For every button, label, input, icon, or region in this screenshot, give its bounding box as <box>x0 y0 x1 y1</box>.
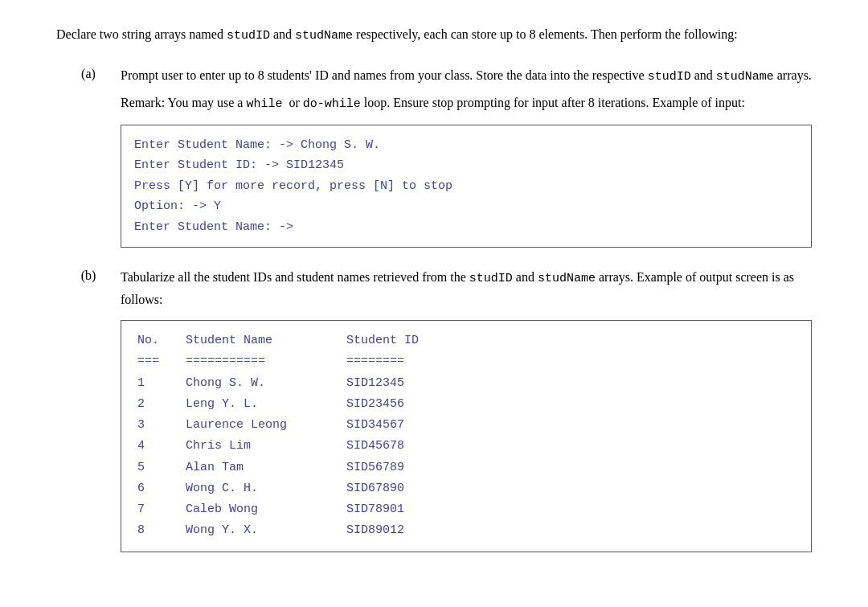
intro-text2: and <box>270 27 295 41</box>
terminal-line-1: Enter Student Name: -> Chong S. W. <box>134 135 798 156</box>
row3-no: 3 <box>137 415 186 436</box>
main-content: Declare two string arrays named studID a… <box>40 16 828 580</box>
col-header-id: Student ID <box>346 330 427 351</box>
intro-code2: studName <box>295 29 353 43</box>
row5-name: Alan Tam <box>186 457 346 478</box>
row3-id: SID34567 <box>346 415 427 436</box>
section-b: (b) Tabularize all the student IDs and s… <box>56 267 812 552</box>
code-dowhile: do-while <box>303 97 361 111</box>
col-header-no: No. <box>137 330 186 351</box>
table-row: 6Wong C. H.SID67890 <box>137 478 795 499</box>
terminal-box-a: Enter Student Name: -> Chong S. W. Enter… <box>121 125 812 248</box>
section-a-body: Prompt user to enter up to 8 students' I… <box>121 65 812 248</box>
row8-no: 8 <box>137 520 186 541</box>
table-row: 2Leng Y. L.SID23456 <box>137 394 795 415</box>
row2-name: Leng Y. L. <box>186 394 346 415</box>
row2-id: SID23456 <box>346 394 427 415</box>
table-header: No.Student NameStudent ID <box>137 330 795 351</box>
table-row: 4Chris LimSID45678 <box>137 436 795 457</box>
code-studID-b: studID <box>469 272 513 285</box>
row4-name: Chris Lim <box>186 436 346 457</box>
row7-id: SID78901 <box>346 499 427 520</box>
table-row: 1Chong S. W.SID12345 <box>137 373 795 394</box>
sep-id: ======== <box>346 351 427 372</box>
row1-no: 1 <box>137 373 186 394</box>
row1-id: SID12345 <box>346 373 427 394</box>
section-b-para1: Tabularize all the student IDs and stude… <box>121 267 812 310</box>
code-studID-a: studID <box>648 70 691 84</box>
intro-text3: respectively, each can store up to 8 ele… <box>353 27 738 41</box>
section-a: (a) Prompt user to enter up to 8 student… <box>56 65 812 248</box>
sep-name: =========== <box>186 351 346 372</box>
intro-code1: studID <box>227 29 270 43</box>
row6-id: SID67890 <box>346 478 427 499</box>
row7-name: Caleb Wong <box>186 499 346 520</box>
row1-name: Chong S. W. <box>186 373 346 394</box>
table-row: 5Alan TamSID56789 <box>137 457 795 478</box>
section-a-label: (a) <box>56 65 121 81</box>
row4-id: SID45678 <box>346 436 427 457</box>
table-row: 3Laurence LeongSID34567 <box>137 415 795 436</box>
code-studName-b: studName <box>538 272 596 285</box>
col-header-name: Student Name <box>186 330 346 351</box>
terminal-line-4: Option: -> Y <box>134 196 798 217</box>
row8-id: SID89012 <box>346 520 427 541</box>
code-studName-a: studName <box>716 70 774 84</box>
row3-name: Laurence Leong <box>186 415 346 436</box>
row2-no: 2 <box>137 394 186 415</box>
row5-id: SID56789 <box>346 457 427 478</box>
table-box-b: No.Student NameStudent ID ==============… <box>121 320 812 552</box>
section-a-para2: Remark: You may use a while or do-while … <box>121 92 812 115</box>
terminal-line-5: Enter Student Name: -> <box>134 217 798 238</box>
terminal-line-2: Enter Student ID: -> SID12345 <box>134 155 798 176</box>
sep-no: === <box>137 351 186 372</box>
section-b-body: Tabularize all the student IDs and stude… <box>121 267 812 552</box>
table-content: No.Student NameStudent ID ==============… <box>137 330 795 542</box>
row7-no: 7 <box>137 499 186 520</box>
code-while: while <box>246 97 282 111</box>
row6-no: 6 <box>137 478 186 499</box>
intro-paragraph: Declare two string arrays named studID a… <box>56 24 812 46</box>
table-row: 8Wong Y. X.SID89012 <box>137 520 795 541</box>
section-b-label: (b) <box>56 267 121 283</box>
row5-no: 5 <box>137 457 186 478</box>
row8-name: Wong Y. X. <box>186 520 346 541</box>
table-row: 7Caleb WongSID78901 <box>137 499 795 520</box>
row4-no: 4 <box>137 436 186 457</box>
terminal-line-3: Press [Y] for more record, press [N] to … <box>134 176 798 197</box>
section-a-para1: Prompt user to enter up to 8 students' I… <box>121 65 812 88</box>
row6-name: Wong C. H. <box>186 478 346 499</box>
intro-text1: Declare two string arrays named <box>56 27 227 41</box>
table-separator: ====================== <box>137 351 795 372</box>
